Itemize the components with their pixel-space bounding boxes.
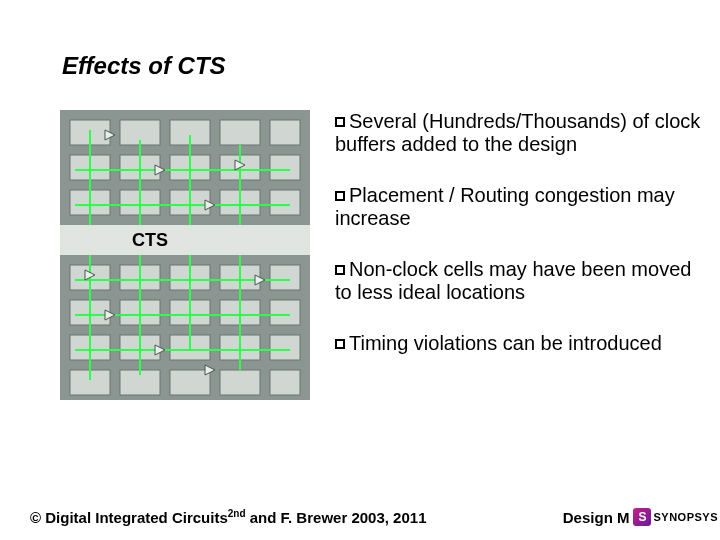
bullet-text: Several (Hundreds/Thousands) of clock bu… [335, 110, 700, 155]
bullet-item: Placement / Routing congestion may incre… [335, 184, 710, 230]
footer-sup: 2nd [228, 508, 246, 519]
bullet-text: Non-clock cells may have been moved to l… [335, 258, 691, 303]
page-title: Effects of CTS [62, 52, 226, 80]
bullet-square-icon [335, 191, 345, 201]
svg-rect-5 [270, 120, 300, 145]
bullet-square-icon [335, 117, 345, 127]
svg-rect-30 [270, 335, 300, 360]
bullet-item: Several (Hundreds/Thousands) of clock bu… [335, 110, 710, 156]
cts-diagram: CTS [60, 110, 310, 400]
svg-rect-45 [60, 225, 310, 255]
svg-rect-4 [220, 120, 260, 145]
svg-rect-20 [270, 265, 300, 290]
footer: © Digital Integrated Circuits2nd and F. … [0, 508, 720, 526]
logo-text: SYNOPSYS [653, 511, 718, 523]
footer-pre: © Digital Integrated Circuits [30, 509, 228, 526]
footer-post: and F. Brewer 2003, 2011 [246, 509, 427, 526]
svg-rect-15 [270, 190, 300, 215]
svg-rect-34 [220, 370, 260, 395]
bullet-square-icon [335, 339, 345, 349]
svg-rect-35 [270, 370, 300, 395]
design-m-text: Design M [563, 509, 630, 526]
bullet-square-icon [335, 265, 345, 275]
bullet-list: Several (Hundreds/Thousands) of clock bu… [335, 110, 710, 383]
bullet-text: Placement / Routing congestion may incre… [335, 184, 675, 229]
footer-right: Design M S SYNOPSYS [563, 508, 720, 526]
bullet-text: Timing violations can be introduced [349, 332, 662, 354]
copyright-text: © Digital Integrated Circuits2nd and F. … [30, 508, 426, 526]
svg-rect-25 [270, 300, 300, 325]
logo-s-icon: S [633, 508, 651, 526]
bullet-item: Non-clock cells may have been moved to l… [335, 258, 710, 304]
cts-label-text: CTS [132, 230, 168, 250]
svg-rect-33 [170, 370, 210, 395]
svg-rect-10 [270, 155, 300, 180]
synopsys-logo: S SYNOPSYS [633, 508, 718, 526]
circuit-svg: CTS [60, 110, 310, 400]
bullet-item: Timing violations can be introduced [335, 332, 710, 355]
